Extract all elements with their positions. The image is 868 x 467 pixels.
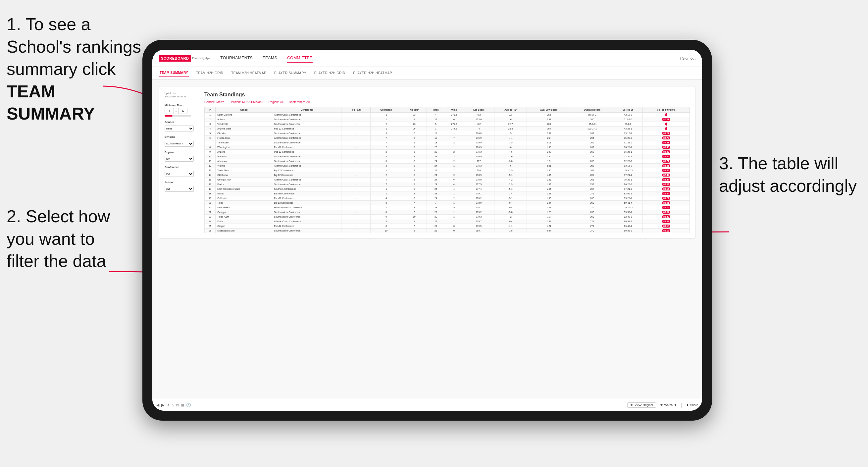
division-select[interactable]: NCAA Division I NCAA Division II NCAA Di… (164, 141, 194, 147)
table-cell: 276 (463, 168, 494, 173)
table-cell: 276.9 (463, 178, 494, 182)
nav-teams[interactable]: TEAMS (262, 54, 277, 63)
table-cell: 2 (402, 136, 427, 141)
share-icon: ⬆ (686, 403, 689, 407)
gender-select[interactable]: Men's Women's (164, 126, 194, 131)
nav-tournaments[interactable]: TOURNAMENTS (220, 54, 253, 63)
tab-player-h2h-grid[interactable]: PLAYER H2H GRID (314, 70, 346, 76)
table-cell: 265 (571, 178, 613, 182)
clock-icon[interactable]: 🕐 (186, 403, 191, 407)
table-cell: 276.9 (463, 154, 494, 159)
rank-to-input[interactable] (178, 108, 187, 114)
table-cell: - (341, 150, 370, 154)
back-icon[interactable]: ◀ (156, 403, 159, 407)
table-cell: Atlantic Coast Conference (273, 178, 341, 182)
reload-icon[interactable]: ↺ (166, 403, 169, 407)
table-cell: 278.2 (463, 196, 494, 201)
table-cell: 1.85 (527, 173, 571, 178)
table-cell: 88-17-0 (571, 113, 613, 117)
table-cell: 276.3 (463, 145, 494, 150)
table-cell: 5 (371, 219, 402, 224)
table-cell: 88.42 (643, 215, 690, 219)
table-cell: 9 (402, 219, 427, 224)
watch-dropdown-icon: ▼ (674, 403, 677, 407)
table-cell: 1.39 (527, 219, 571, 224)
table-row: 20TexasBig 12 Conference-3771278.9-0.71.… (205, 201, 690, 205)
table-cell: 23 (427, 150, 445, 154)
table-cell: 24 (427, 182, 445, 187)
table-cell: 8 (371, 224, 402, 228)
grid-icon[interactable]: ⊞ (181, 403, 184, 407)
table-cell: 8 (402, 191, 427, 196)
rank-from-input[interactable] (164, 108, 174, 114)
copy-icon[interactable]: ⧉ (176, 403, 179, 407)
col-vs-top25: Vs Top 25 (613, 107, 643, 113)
table-cell: 1.85 (527, 178, 571, 182)
table-cell: 268 (571, 159, 613, 164)
table-cell: 203 (527, 122, 571, 126)
table-cell: 1.53 (527, 196, 571, 201)
tab-team-h2h-grid[interactable]: TEAM H2H GRID (195, 70, 224, 76)
table-cell: 279.7 (463, 219, 494, 224)
table-cell: 265 (527, 126, 571, 131)
home-icon[interactable]: ⌂ (172, 403, 174, 407)
forward-icon[interactable]: ▶ (161, 403, 164, 407)
table-cell: 60-39-2 (613, 228, 643, 233)
table-cell: 276.3 (463, 164, 494, 168)
nav-committee[interactable]: COMMITTEE (287, 54, 313, 63)
table-cell: - (341, 136, 370, 141)
table-cell: Southeastern Conference (273, 122, 341, 126)
table-row: 24DukeAtlantic Coast Conference-59271279… (205, 219, 690, 224)
table-cell: 262 (571, 145, 613, 150)
table-cell: 1 (427, 126, 445, 131)
region-select[interactable]: N/A All (164, 156, 194, 162)
school-select[interactable]: (All) (164, 186, 194, 192)
table-cell: 104-42-3 (613, 168, 643, 173)
watch-button[interactable]: 👁 Watch ▼ (660, 403, 677, 407)
table-cell: 59-39-1 (613, 210, 643, 215)
table-cell: 109-24-2 (613, 205, 643, 210)
table-cell: 8 (402, 178, 427, 182)
table-cell: 269 (571, 215, 613, 219)
table-cell: 8 (402, 145, 427, 150)
tab-team-h2h-heatmap[interactable]: TEAM H2H HEATMAP (230, 70, 267, 76)
table-cell: Texas Tech (216, 168, 273, 173)
tab-player-summary[interactable]: PLAYER SUMMARY (274, 70, 307, 76)
table-cell: 266 (571, 210, 613, 215)
table-cell: -4 (463, 126, 494, 131)
sign-out-button[interactable]: | Sign out (680, 56, 695, 60)
table-cell: 2.52 (494, 126, 527, 131)
conference-select[interactable]: (All) (164, 171, 194, 177)
table-cell (643, 126, 690, 131)
table-row: 14OklahomaBig 12 Conference-28242278.9-5… (205, 173, 690, 178)
table-cell: - (341, 215, 370, 219)
table-cell: 28-6-0 (613, 122, 643, 126)
table-cell: 7 (427, 201, 445, 205)
rank-slider[interactable] (164, 115, 191, 117)
table-cell: Georgia (216, 210, 273, 215)
table-cell: 82.73 (643, 136, 690, 141)
tab-team-summary[interactable]: TEAM SUMMARY (159, 69, 189, 76)
table-cell: 80.18 (643, 224, 690, 228)
table-cell: 276.3 (463, 150, 494, 154)
table-cell: 7 (402, 201, 427, 205)
conference-filter-pill: Conference: All (289, 100, 310, 104)
table-cell: 3.01 (527, 164, 571, 168)
table-cell: 80.34 (643, 191, 690, 196)
table-cell: 8 (402, 173, 427, 178)
tab-player-h2h-heatmap[interactable]: PLAYER H2H HEATMAP (352, 70, 393, 76)
table-cell: 80.27 (643, 196, 690, 201)
table-cell: Vanderbilt (216, 122, 273, 126)
table-cell: 1 (445, 131, 463, 136)
rank-slider-fill (164, 115, 173, 117)
table-cell: 2.2 (527, 136, 571, 141)
table-cell: -0.4 (494, 219, 527, 224)
table-cell: 1 (371, 117, 402, 122)
table-cell: 90-51-2 (613, 219, 643, 224)
view-original-button[interactable]: 👁 View: Original (627, 402, 656, 408)
share-button[interactable]: ⬆ Share (686, 403, 698, 407)
table-cell: -3.8 (494, 159, 527, 164)
table-cell: - (341, 117, 370, 122)
table-cell: - (341, 154, 370, 159)
table-cell: 10 (205, 154, 216, 159)
